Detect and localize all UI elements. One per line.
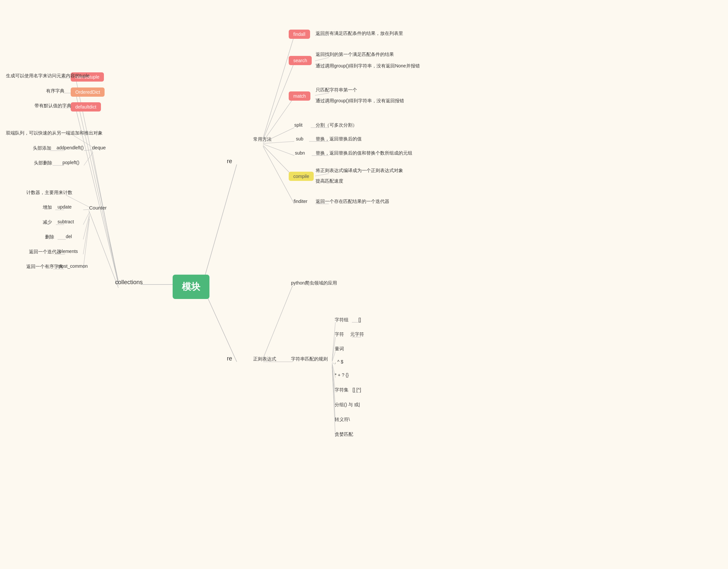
- svg-line-1: [204, 164, 237, 280]
- collections-node: collections: [115, 279, 143, 286]
- svg-line-46: [263, 285, 293, 359]
- zifuji-node: 字符集: [335, 387, 349, 393]
- svg-line-54: [332, 365, 335, 407]
- svg-line-21: [83, 214, 89, 239]
- center-node: 模块: [173, 275, 209, 299]
- search-desc1: 返回找到的第一个满足匹配条件的结果: [316, 52, 394, 58]
- compile-desc2: 提高匹配速度: [316, 178, 343, 184]
- match-desc1: 只匹配字符串第一个: [316, 87, 357, 93]
- update-desc: 增加: [43, 205, 52, 210]
- liangci-node: 量词: [335, 346, 344, 352]
- defaultdict-label: defaultdict: [75, 104, 96, 110]
- ordereddict-desc: 有序字典: [46, 88, 64, 94]
- zhengze-label: 正则表达式: [253, 356, 276, 362]
- yuanzifu-node: 元字符: [350, 332, 364, 337]
- dianhui-node: . ^ $: [335, 359, 343, 364]
- defaultdict-node: defaultdict: [71, 102, 101, 111]
- deque-node: deque: [92, 145, 106, 150]
- split-node: split: [294, 122, 303, 128]
- star-node: * + ? {}: [335, 372, 349, 378]
- fenz-node: 分组() 与 或|: [335, 402, 360, 408]
- subtract-desc: 减少: [43, 219, 52, 225]
- re-node2: re: [227, 355, 232, 362]
- svg-line-43: [315, 174, 329, 176]
- svg-line-2: [204, 289, 237, 362]
- addpendleft-node: addpendleft(): [57, 145, 84, 150]
- fzc-node: 字符组: [335, 317, 349, 323]
- changyong-node: 常用方法: [253, 136, 272, 142]
- popleft-desc: 头部删除: [34, 160, 52, 166]
- most-common-node: most_common: [58, 263, 88, 269]
- svg-line-6: [92, 151, 118, 285]
- svg-line-48: [332, 322, 335, 360]
- ordereddict-node: OrderedDict: [71, 87, 105, 97]
- finditer-desc: 返回一个存在匹配结果的一个迭代器: [316, 199, 389, 205]
- ordereddict-label: OrderedDict: [75, 89, 100, 95]
- svg-line-12: [84, 150, 93, 151]
- svg-line-7: [89, 210, 118, 288]
- search-node: search: [289, 56, 312, 65]
- fzc-val: []: [358, 317, 361, 322]
- split-desc: 分割（可多次分割）: [316, 122, 357, 128]
- search-desc2: 通过调用group()得到字符串，没有返回None并报错: [316, 63, 420, 69]
- svg-line-23: [83, 216, 89, 254]
- match-desc2: 通过调用group()得到字符串，没有返回报错: [316, 98, 404, 104]
- match-node: match: [289, 91, 310, 101]
- elements-desc: 返回一个迭代器: [29, 249, 61, 255]
- defaultdict-desc: 带有默认值的字典: [35, 103, 71, 109]
- svg-line-27: [263, 36, 294, 138]
- subn-node: subn: [295, 150, 305, 156]
- update-node: update: [58, 204, 72, 210]
- re-node: re: [227, 158, 232, 165]
- changyong-label: 常用方法: [253, 136, 272, 142]
- zifu-match-node: 字符串匹配的规则: [291, 356, 328, 362]
- zhengze-node: 正则表达式: [253, 356, 276, 362]
- zifuji-val: [] [^]: [352, 387, 361, 392]
- svg-line-36: [315, 58, 329, 61]
- deque-desc: 双端队列，可以快速的从另一端追加和推出对象: [6, 130, 103, 136]
- re-label: re: [227, 158, 232, 165]
- zifu-node: 字符: [335, 332, 344, 337]
- zhuanyi-node: 转义符\: [335, 417, 350, 423]
- svg-line-19: [83, 212, 89, 225]
- tanlan-node: 贪婪匹配: [335, 432, 353, 437]
- connection-lines: [0, 0, 728, 569]
- python-app-node: python爬虫领域的应用: [291, 280, 337, 286]
- counter-main-desc: 计数器，主要用来计数: [26, 190, 72, 196]
- sub-desc: 替换，返回替换后的值: [316, 136, 362, 142]
- svg-line-4: [76, 93, 118, 282]
- finditer-node: finditer: [294, 199, 307, 204]
- subn-desc: 替换，返回替换后的值和替换个数所组成的元组: [316, 150, 412, 156]
- compile-node: compile: [289, 172, 314, 181]
- svg-line-17: [83, 210, 89, 210]
- del-desc: 删除: [45, 234, 54, 240]
- re-label2: re: [227, 355, 232, 362]
- popleft-node: popleft(): [62, 160, 79, 165]
- svg-line-32: [263, 144, 294, 156]
- compile-desc1: 将正则表达式编译成为一个正则表达式对象: [316, 168, 403, 174]
- counter-node: Counter: [89, 205, 107, 210]
- collections-label: collections: [115, 279, 143, 286]
- findall-desc: 返回所有满足匹配条件的结果，放在列表里: [316, 31, 403, 37]
- svg-line-38: [315, 93, 329, 95]
- del-node: del: [66, 234, 72, 239]
- findall-node: findall: [289, 30, 310, 39]
- svg-line-29: [263, 97, 294, 141]
- svg-line-14: [84, 152, 93, 165]
- svg-line-25: [83, 219, 89, 269]
- namedtuple-desc: 生成可以使用名字来访问元素内容的tuple: [6, 73, 89, 79]
- center-label: 模块: [182, 281, 200, 293]
- sub-node: sub: [296, 136, 303, 141]
- svg-line-28: [263, 62, 294, 140]
- subtract-node: subtract: [58, 219, 74, 224]
- mindmap: 模块 collections re 常用方法 re 正则表达式 namedtup…: [0, 0, 728, 569]
- elements-node: elements: [59, 249, 78, 254]
- addpendleft-desc: 头部添加: [33, 145, 51, 151]
